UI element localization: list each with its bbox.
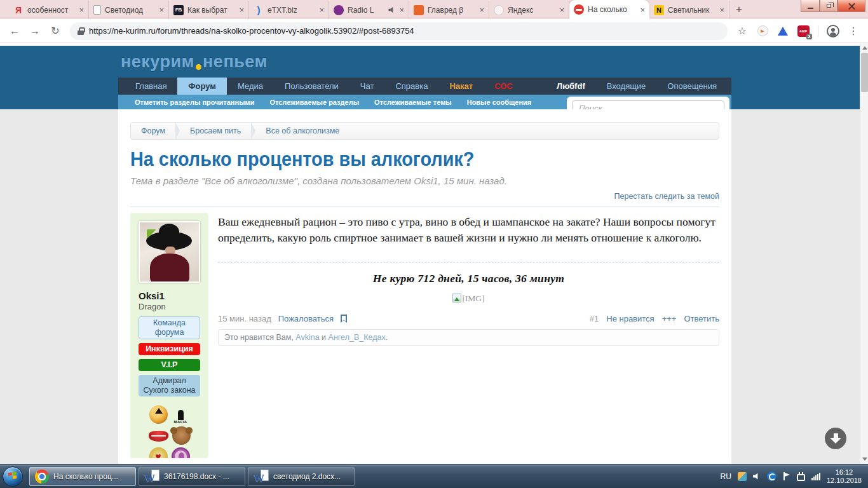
plus-link[interactable]: +++: [662, 314, 677, 323]
tab-svetilnik[interactable]: N Светильник ×: [649, 1, 729, 19]
author-panel: Oksi1 Dragon Команда форума Инквизиция V…: [130, 213, 208, 458]
nav-item-media[interactable]: Медиа: [227, 78, 274, 95]
extension-triangle-icon[interactable]: [773, 22, 792, 41]
nav-item-chat[interactable]: Чат: [349, 78, 385, 95]
nav-item-sos[interactable]: СОС: [484, 78, 524, 95]
tab-etxt[interactable]: ) eTXT.biz ×: [249, 1, 329, 19]
tab-ne-kurim-active[interactable]: На сколько ×: [569, 0, 649, 19]
post-signature: Не курю 712 дней, 15 часов, 36 минут: [218, 262, 719, 285]
nav-item-vhodyashchie[interactable]: Входящие: [596, 78, 657, 95]
taskbar-word-button-2[interactable]: W светодиод 2.docx...: [248, 467, 355, 486]
start-button[interactable]: [3, 466, 23, 487]
tab-close-icon[interactable]: ×: [239, 6, 244, 14]
profile-button[interactable]: [824, 22, 843, 41]
tab-svetodiod[interactable]: Светодиод ×: [89, 1, 169, 19]
url-text[interactable]: https://ne-kurim.ru/forum/threads/na-sko…: [89, 26, 414, 36]
taskbar-word-button-1[interactable]: W 36176198.docx - ...: [139, 467, 245, 486]
tab-close-icon[interactable]: ×: [79, 6, 84, 14]
https-lock-icon[interactable]: [78, 27, 84, 35]
nav-username[interactable]: Любfdf: [546, 78, 596, 95]
down-triangle-icon: [862, 458, 867, 461]
tab-close-icon[interactable]: ×: [319, 6, 324, 14]
nav-item-nakat[interactable]: Накат: [438, 78, 484, 95]
profile-avatar-icon: [827, 25, 839, 37]
scrollbar-down-arrow[interactable]: [860, 455, 868, 463]
tab-kak-vybrat[interactable]: FB Как выбрат ×: [169, 1, 249, 19]
breadcrumb-brosaem-pit[interactable]: Бросаем пить: [180, 126, 251, 135]
nav-item-spravka[interactable]: Справка: [384, 78, 438, 95]
subnav-new-posts[interactable]: Новые сообщения: [459, 98, 539, 106]
tab-close-icon[interactable]: ×: [719, 6, 724, 14]
author-username[interactable]: Oksi1: [139, 290, 200, 301]
subnav-watched-threads[interactable]: Отслеживаемые темы: [367, 98, 459, 106]
forum-post: Oksi1 Dragon Команда форума Инквизиция V…: [130, 213, 719, 458]
tab-title: Светильник: [668, 6, 715, 15]
tray-app-icon[interactable]: [738, 472, 747, 481]
post-timestamp[interactable]: 15 мин. назад: [218, 314, 271, 323]
tab-yandex[interactable]: Яндекс ×: [489, 1, 569, 19]
tab-audio-speaker-icon[interactable]: [388, 6, 395, 13]
new-tab-button[interactable]: +: [729, 1, 749, 18]
tab-close-icon[interactable]: ×: [399, 6, 404, 14]
tab-glavred[interactable]: Главред β ×: [409, 1, 489, 19]
bookmark-icon[interactable]: [341, 315, 347, 323]
reload-button[interactable]: ↻: [46, 22, 65, 41]
nav-item-polzovateli[interactable]: Пользователи: [274, 78, 349, 95]
reply-link[interactable]: Ответить: [684, 314, 719, 323]
tab-title: Светодиод: [105, 6, 155, 15]
subnav-watched-forums[interactable]: Отслеживаемые разделы: [262, 98, 367, 106]
unwatch-thread-link[interactable]: Перестать следить за темой: [614, 192, 720, 201]
user-avatar[interactable]: [139, 221, 200, 283]
tab-title: Яндекс: [508, 6, 555, 15]
scrollbar-thumb[interactable]: [861, 53, 868, 92]
language-indicator[interactable]: RU: [721, 472, 731, 481]
page-scrollbar[interactable]: [860, 43, 868, 464]
forward-button[interactable]: →: [25, 22, 44, 41]
nav-item-glavnaya[interactable]: Главная: [125, 78, 177, 95]
extension-rds-icon[interactable]: ▶: [753, 22, 772, 41]
taskbar-clock[interactable]: 16:12 12.10.2018: [827, 468, 862, 485]
back-button[interactable]: ←: [5, 22, 24, 41]
taskbar-chrome-button[interactable]: На сколько проц...: [29, 467, 136, 486]
volume-icon[interactable]: [753, 473, 761, 480]
report-link[interactable]: Пожаловаться: [278, 314, 334, 323]
img-placeholder-text: [IMG]: [462, 294, 484, 303]
action-center-flag-icon[interactable]: [783, 472, 790, 480]
browser-toolbar: ← → ↻ https://ne-kurim.ru/forum/threads/…: [0, 19, 868, 43]
minimize-button[interactable]: [801, 0, 820, 12]
nav-item-opoveshcheniya[interactable]: Оповещения: [656, 78, 728, 95]
tab-close-icon[interactable]: ×: [159, 6, 164, 14]
breadcrumb-vse-ob-alkogolizme[interactable]: Все об алкоголизме: [255, 126, 349, 135]
minimize-icon: [808, 8, 813, 9]
tab-yandex-article[interactable]: Я особенност ×: [9, 1, 89, 19]
dislike-link[interactable]: Не нравится: [606, 314, 654, 323]
tab-close-icon[interactable]: ×: [559, 6, 564, 14]
close-window-button[interactable]: [837, 0, 865, 12]
main-nav-row: Главная Форум Медиа Пользователи Чат Спр…: [0, 78, 868, 95]
liker-link-avkina[interactable]: Avkina: [295, 333, 319, 342]
post-number[interactable]: #1: [590, 314, 599, 323]
tab-close-icon[interactable]: ×: [640, 6, 645, 14]
tray-e-icon[interactable]: [767, 471, 776, 481]
breadcrumb-forum[interactable]: Форум: [131, 126, 175, 135]
power-plug-icon[interactable]: [797, 474, 805, 481]
extension-adblock-icon[interactable]: ABP2: [794, 22, 813, 41]
post-body-text: Ваш ежедневный рацион – это пиво с утра,…: [218, 214, 719, 246]
liker-link-angel[interactable]: Ангел_В_Кедах: [329, 333, 386, 342]
n-favicon: N: [654, 5, 664, 15]
mafia-award-icon: MAFIA: [172, 405, 190, 424]
restore-button[interactable]: [820, 0, 837, 12]
address-bar[interactable]: https://ne-kurim.ru/forum/threads/na-sko…: [70, 22, 728, 40]
page-viewport: некурим непьем Главная Форум Медиа Польз…: [0, 43, 868, 464]
bookmark-star-icon[interactable]: ☆: [733, 22, 752, 41]
subnav-mark-read[interactable]: Отметить разделы прочитанными: [127, 98, 262, 106]
tab-close-icon[interactable]: ×: [479, 6, 484, 14]
nav-item-forum[interactable]: Форум: [177, 78, 226, 95]
site-logo[interactable]: некурим непьем: [121, 52, 268, 72]
scroll-to-bottom-button[interactable]: [825, 428, 846, 449]
scrollbar-up-arrow[interactable]: [860, 44, 868, 52]
tab-radio[interactable]: Radio L ×: [329, 1, 409, 19]
browser-menu-button[interactable]: ⋮: [844, 22, 863, 41]
window-controls: [801, 0, 865, 12]
network-signal-icon[interactable]: [811, 473, 820, 480]
